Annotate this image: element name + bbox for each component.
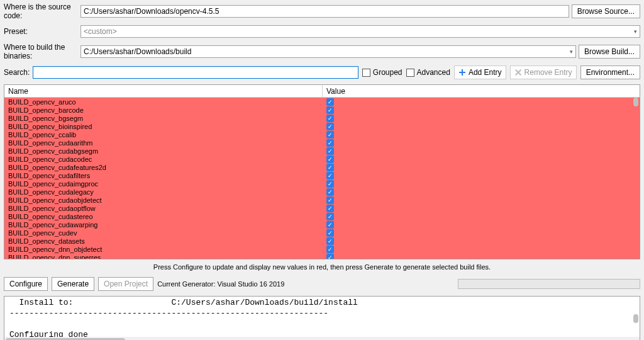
checkbox-checked-icon: ✓	[326, 254, 334, 259]
cache-entry-value[interactable]: ✓	[323, 123, 334, 130]
grouped-checkbox[interactable]: Grouped	[362, 68, 402, 77]
chevron-down-icon: ▾	[634, 28, 637, 35]
cache-entry-name: BUILD_opencv_cudabgsegm	[4, 147, 323, 155]
checkbox-checked-icon: ✓	[326, 147, 334, 155]
cache-entry-name: BUILD_opencv_aruco	[4, 98, 323, 106]
checkbox-checked-icon: ✓	[326, 139, 334, 147]
table-row[interactable]: BUILD_opencv_bioinspired✓	[4, 122, 640, 130]
cache-entry-value[interactable]: ✓	[323, 188, 334, 196]
cache-entry-value[interactable]: ✓	[323, 156, 334, 163]
table-row[interactable]: BUILD_opencv_cudafilters✓	[4, 171, 640, 179]
preset-label: Preset:	[4, 27, 78, 36]
table-row[interactable]: BUILD_opencv_cudev✓	[4, 229, 640, 237]
scrollbar-vertical[interactable]	[633, 98, 638, 106]
advanced-checkbox[interactable]: Advanced	[406, 68, 450, 77]
cache-entry-value[interactable]: ✓	[323, 131, 334, 139]
cache-entry-name: BUILD_opencv_bioinspired	[4, 123, 323, 130]
cache-entry-value[interactable]: ✓	[323, 164, 334, 171]
current-generator-label: Current Generator: Visual Studio 16 2019	[157, 280, 284, 288]
search-input[interactable]	[33, 66, 358, 79]
build-dropdown[interactable]: C:/Users/ashar/Downloads/build ▾	[80, 45, 576, 58]
table-row[interactable]: BUILD_opencv_cudastereo✓	[4, 212, 640, 220]
table-row[interactable]: BUILD_opencv_cudaimgproc✓	[4, 179, 640, 188]
table-row[interactable]: BUILD_opencv_cudaoptflow✓	[4, 204, 640, 212]
browse-build-button[interactable]: Browse Build...	[579, 45, 640, 59]
table-row[interactable]: BUILD_opencv_cudacodec✓	[4, 155, 640, 163]
checkbox-checked-icon: ✓	[326, 98, 334, 106]
browse-source-button[interactable]: Browse Source...	[572, 4, 640, 18]
cache-entry-value[interactable]: ✓	[323, 221, 334, 229]
remove-entry-button[interactable]: Remove Entry	[510, 65, 577, 79]
cache-entry-name: BUILD_opencv_ccalib	[4, 131, 323, 139]
cache-entry-value[interactable]: ✓	[323, 196, 334, 204]
table-row[interactable]: BUILD_opencv_aruco✓	[4, 98, 640, 106]
cache-entry-name: BUILD_opencv_cudaobjdetect	[4, 196, 323, 204]
cache-entry-name: BUILD_opencv_cudaarithm	[4, 139, 323, 147]
action-bar: Configure Generate Open Project Current …	[0, 275, 644, 293]
table-row[interactable]: BUILD_opencv_dnn_objdetect✓	[4, 245, 640, 253]
generate-button[interactable]: Generate	[52, 277, 94, 291]
cache-entry-name: BUILD_opencv_cudaoptflow	[4, 205, 323, 212]
configure-button[interactable]: Configure	[4, 277, 48, 291]
cache-entry-value[interactable]: ✓	[323, 180, 334, 188]
cache-entry-value[interactable]: ✓	[323, 139, 334, 147]
table-row[interactable]: BUILD_opencv_datasets✓	[4, 237, 640, 245]
grouped-label: Grouped	[373, 68, 402, 77]
cache-table: Name Value BUILD_opencv_aruco✓BUILD_open…	[4, 84, 640, 259]
cache-entry-value[interactable]: ✓	[323, 254, 334, 259]
environment-button[interactable]: Environment...	[580, 65, 640, 79]
scrollbar-vertical[interactable]	[633, 314, 638, 323]
table-row[interactable]: BUILD_opencv_barcode✓	[4, 106, 640, 114]
table-row[interactable]: BUILD_opencv_cudafeatures2d✓	[4, 163, 640, 171]
source-row: Where is the source code: Browse Source.…	[0, 0, 644, 23]
table-row[interactable]: BUILD_opencv_ccalib✓	[4, 130, 640, 139]
table-row[interactable]: BUILD_opencv_cudalegacy✓	[4, 188, 640, 196]
chevron-down-icon: ▾	[570, 48, 573, 55]
cache-entry-name: BUILD_opencv_cudev	[4, 229, 323, 237]
cache-entry-value[interactable]: ✓	[323, 106, 334, 114]
log-output[interactable]: Install to: C:/Users/ashar/Downloads/bui…	[4, 297, 640, 340]
table-row[interactable]: BUILD_opencv_cudaarithm✓	[4, 139, 640, 147]
cache-entry-value[interactable]: ✓	[323, 115, 334, 122]
build-value: C:/Users/ashar/Downloads/build	[84, 47, 191, 56]
cache-entry-value[interactable]: ✓	[323, 147, 334, 155]
cache-entry-name: BUILD_opencv_dnn_superres	[4, 254, 323, 259]
checkbox-checked-icon: ✓	[326, 164, 334, 171]
column-value-header[interactable]: Value	[323, 85, 640, 97]
table-row[interactable]: BUILD_opencv_bgsegm✓	[4, 114, 640, 122]
checkbox-checked-icon: ✓	[326, 237, 334, 245]
table-row[interactable]: BUILD_opencv_cudabgsegm✓	[4, 147, 640, 155]
open-project-button[interactable]: Open Project	[98, 277, 153, 291]
cache-entry-value[interactable]: ✓	[323, 246, 334, 253]
cache-entry-value[interactable]: ✓	[323, 172, 334, 179]
table-header: Name Value	[4, 85, 640, 98]
table-row[interactable]: BUILD_opencv_dnn_superres✓	[4, 253, 640, 259]
cache-entry-name: BUILD_opencv_barcode	[4, 106, 323, 114]
cache-entry-value[interactable]: ✓	[323, 98, 334, 106]
cache-entry-name: BUILD_opencv_datasets	[4, 237, 323, 245]
cache-entry-value[interactable]: ✓	[323, 237, 334, 245]
column-name-header[interactable]: Name	[4, 85, 323, 97]
checkbox-checked-icon: ✓	[326, 123, 334, 130]
preset-dropdown[interactable]: <custom> ▾	[80, 25, 640, 38]
cache-entry-value[interactable]: ✓	[323, 205, 334, 212]
checkbox-checked-icon: ✓	[326, 205, 334, 212]
add-entry-button[interactable]: Add Entry	[454, 65, 506, 79]
table-row[interactable]: BUILD_opencv_cudawarping✓	[4, 220, 640, 229]
build-row: Where to build the binaries: C:/Users/as…	[0, 40, 644, 63]
source-input[interactable]	[80, 5, 569, 18]
progress-bar	[458, 279, 640, 289]
add-entry-label: Add Entry	[469, 68, 502, 77]
cache-entry-name: BUILD_opencv_bgsegm	[4, 115, 323, 122]
checkbox-checked-icon: ✓	[326, 131, 334, 139]
cache-entry-name: BUILD_opencv_cudalegacy	[4, 188, 323, 196]
cache-entry-name: BUILD_opencv_cudaimgproc	[4, 180, 323, 188]
log-panel: Install to: C:/Users/ashar/Downloads/bui…	[4, 296, 640, 340]
cache-entry-value[interactable]: ✓	[323, 229, 334, 237]
checkbox-checked-icon: ✓	[326, 172, 334, 179]
table-row[interactable]: BUILD_opencv_cudaobjdetect✓	[4, 196, 640, 204]
cache-entry-name: BUILD_opencv_dnn_objdetect	[4, 246, 323, 253]
plus-icon	[458, 69, 466, 76]
checkbox-checked-icon: ✓	[326, 196, 334, 204]
cache-entry-value[interactable]: ✓	[323, 213, 334, 220]
